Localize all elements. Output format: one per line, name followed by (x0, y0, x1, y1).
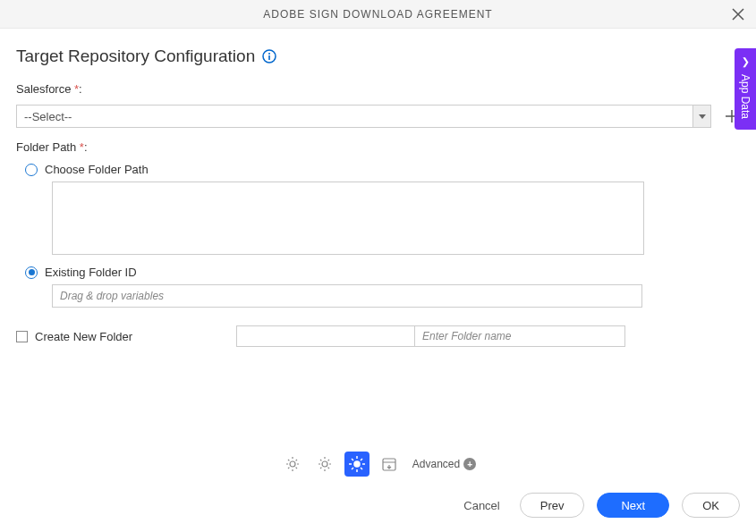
dialog-content: Target Repository Configuration Salesfor… (0, 29, 756, 347)
choose-folder-label: Choose Folder Path (45, 163, 149, 176)
prev-button[interactable]: Prev (520, 493, 585, 518)
svg-point-5 (354, 461, 360, 467)
next-button[interactable]: Next (597, 493, 669, 518)
salesforce-select-row: --Select-- (16, 105, 740, 128)
salesforce-label: Salesforce (16, 82, 74, 96)
folder-name-input[interactable]: Enter Folder name (415, 325, 625, 347)
create-folder-row: Create New Folder Enter Folder name (16, 325, 740, 347)
choose-folder-radio-row: Choose Folder Path (16, 163, 740, 176)
advanced-label-text: Advanced (412, 458, 460, 470)
svg-point-3 (290, 461, 295, 467)
close-icon[interactable] (731, 7, 745, 21)
advanced-toggle[interactable]: Advanced + (412, 458, 476, 470)
svg-point-4 (322, 461, 327, 467)
info-icon[interactable] (262, 49, 276, 63)
schedule-icon[interactable] (377, 452, 402, 477)
salesforce-field: Salesforce *: (16, 82, 740, 96)
gear-icon[interactable] (344, 452, 370, 477)
choose-folder-textarea[interactable] (52, 182, 644, 255)
plus-icon: + (463, 458, 476, 470)
dialog-footer: Cancel Prev Next OK (456, 493, 740, 518)
cancel-button[interactable]: Cancel (456, 493, 506, 518)
existing-folder-input[interactable]: Drag & drop variables (52, 284, 642, 308)
chevron-down-icon (692, 106, 710, 127)
page-title-row: Target Repository Configuration (16, 46, 740, 66)
create-folder-checkbox[interactable] (16, 331, 28, 342)
dialog-title: ADOBE SIGN DOWNLOAD AGREEMENT (263, 8, 492, 21)
salesforce-select[interactable]: --Select-- (16, 105, 711, 128)
gear-icon[interactable] (280, 452, 305, 477)
app-data-label: App Data (739, 74, 752, 119)
settings-bar: Advanced + (0, 452, 756, 477)
app-data-tab[interactable]: ❮ App Data (735, 48, 756, 130)
page-title: Target Repository Configuration (16, 46, 255, 66)
svg-rect-2 (268, 55, 270, 60)
svg-point-1 (268, 53, 270, 55)
existing-folder-label: Existing Folder ID (45, 266, 137, 279)
salesforce-select-value: --Select-- (17, 106, 692, 127)
folder-inputs: Enter Folder name (236, 325, 625, 347)
folder-path-label: Folder Path (16, 140, 80, 154)
ok-button[interactable]: OK (682, 493, 740, 518)
folder-path-input[interactable] (236, 325, 415, 347)
dialog-header: ADOBE SIGN DOWNLOAD AGREEMENT (0, 0, 756, 29)
create-folder-label: Create New Folder (35, 330, 132, 343)
chevron-left-icon: ❮ (742, 57, 750, 69)
gear-icon[interactable] (312, 452, 337, 477)
existing-folder-radio-row: Existing Folder ID (16, 266, 740, 279)
choose-folder-radio[interactable] (25, 164, 38, 176)
folder-path-field: Folder Path *: (16, 140, 740, 154)
existing-folder-radio[interactable] (25, 266, 38, 279)
